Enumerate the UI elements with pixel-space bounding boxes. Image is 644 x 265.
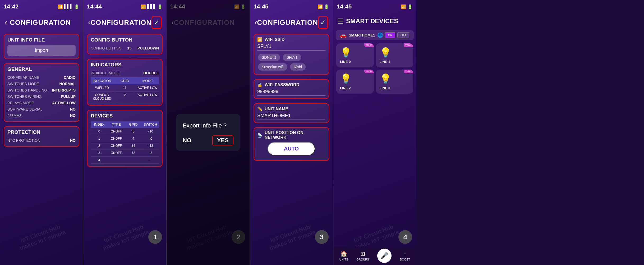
unit-name-value[interactable]: SMARTHOME1 xyxy=(257,113,325,120)
device-card-line2[interactable]: TRIAL 💡 LINE 2 xyxy=(336,70,374,94)
groups-icon: ⊞ xyxy=(360,250,365,257)
status-icons-5: 📶 🔋 xyxy=(401,4,413,9)
time-2: 14:44 xyxy=(87,3,102,10)
switches-mode-row: SWITCHES MODE NORMAL xyxy=(7,81,76,87)
boost-icon: ↑ xyxy=(403,250,406,257)
device-toggle-controls: 🌐 ON OFF xyxy=(377,32,410,38)
watermark-1: IoT Circuit Hubmakes IoT simple xyxy=(0,216,83,258)
wifi-password-value[interactable]: 99999999 xyxy=(257,89,325,96)
units-icon: 🏠 xyxy=(340,250,347,257)
device-card-line1[interactable]: TRIAL 💡 LINE 1 xyxy=(376,43,413,67)
config-ap-name-row: CONFIG AP NAME CADIO xyxy=(7,74,76,81)
unit-name-label-row: ✏️ UNIT NAME xyxy=(257,106,325,111)
status-bar-1: 14:42 📶 ▌▌▌ 🔋 xyxy=(0,0,83,13)
mic-icon: 🎤 xyxy=(380,252,388,259)
smart-devices-header: ☰ SMART DEVICES xyxy=(333,13,416,29)
config-button-section: CONFIG BUTTON CONFIG BUTTON 15 PULLDOWN xyxy=(87,34,163,54)
dialog-no-button[interactable]: NO xyxy=(183,137,191,144)
bulb-icon-0: 💡 xyxy=(340,47,352,58)
unit-info-file-section: UNIT INFO FILE Import xyxy=(4,34,79,59)
general-section: GENERAL CONFIG AP NAME CADIO SWITCHES MO… xyxy=(4,63,79,122)
unit-position-section: 📡 UNIT POSITION ON NETWORK AUTO xyxy=(254,127,329,161)
nav-groups[interactable]: ⊞ GROUPS xyxy=(356,250,369,261)
wifi-chips-container: SDNET1 SFLY1 Suseelan wifi Rishi xyxy=(257,53,325,72)
circle-num-4: 4 xyxy=(398,230,412,244)
nav-units[interactable]: 🏠 UNITS xyxy=(339,250,348,261)
status-icons-1: 📶 ▌▌▌ 🔋 xyxy=(58,4,79,9)
signal-icon-1: ▌▌▌ xyxy=(64,4,73,9)
smarthome1-name: SMARTHOME1 xyxy=(349,33,375,37)
status-icons-4: 📶 🔋 xyxy=(318,4,329,9)
back-button-4[interactable]: ‹ xyxy=(255,18,257,27)
page-title-2: CONFIGURATION xyxy=(90,19,151,27)
back-button-1[interactable]: ‹ xyxy=(5,18,7,27)
unit-info-title: UNIT INFO FILE xyxy=(7,37,76,43)
battery-icon-1: 🔋 xyxy=(74,4,79,9)
time-4: 14:45 xyxy=(254,3,268,10)
device-row-0: 0 ONOFF 5 - 10 xyxy=(91,128,159,135)
circle-num-3: 3 xyxy=(315,230,329,244)
wifi-ssid-value: SFLY1 xyxy=(257,44,325,51)
hamburger-menu[interactable]: ☰ xyxy=(337,17,343,25)
status-bar-5: 14:45 📶 🔋 xyxy=(333,0,416,13)
wifi-icon-1: 📶 xyxy=(58,4,63,9)
panel-5: 14:45 📶 🔋 ☰ SMART DEVICES 🚗 SMARTHOME1 🌐… xyxy=(333,0,416,265)
smart-devices-title: SMART DEVICES xyxy=(346,17,412,25)
device-row-1: 1 ONOFF 4 - 0 xyxy=(91,135,159,142)
wifi-led-row: WIFI LED 16 ACTIVE-LOW xyxy=(91,84,159,92)
wifi-ssid-title: WIFI SSID xyxy=(265,37,285,42)
wifi-icon-5: 📶 xyxy=(401,4,406,9)
back-button-2[interactable]: ‹ xyxy=(88,18,90,27)
wifi-icon-2: 📶 xyxy=(141,4,146,9)
cloud-led-row: CONFIG / CLOUD LED 2 ACTIVE-LOW xyxy=(91,92,159,102)
wifi-icon-4: 📶 xyxy=(318,4,323,9)
device-card-line0[interactable]: TRIAL 💡 LINE 0 xyxy=(336,43,374,67)
line-label-3: LINE 3 xyxy=(380,86,390,90)
wifi-chip-rishi[interactable]: Rishi xyxy=(290,63,306,71)
wifi-chip-sfly1[interactable]: SFLY1 xyxy=(283,54,301,61)
config-button-title: CONFIG BUTTON xyxy=(91,37,159,43)
wifi-password-title: WIFI PASSWORD xyxy=(265,83,299,87)
nav-boost[interactable]: ↑ BOOST xyxy=(400,250,410,261)
wifi-chip-sdnet1[interactable]: SDNET1 xyxy=(258,54,280,61)
wifi-chip-suseelan[interactable]: Suseelan wifi xyxy=(258,63,287,71)
433mhz-row: 433MHZ NO xyxy=(7,112,76,119)
panel-4: 14:45 📶 🔋 ‹ CONFIGURATION ✓ 📶 WIFI SSID … xyxy=(250,0,333,265)
unit-position-label-row: 📡 UNIT POSITION ON NETWORK xyxy=(257,130,325,140)
status-bar-4: 14:45 📶 🔋 xyxy=(250,0,333,13)
mic-button[interactable]: 🎤 xyxy=(377,249,392,263)
auto-button[interactable]: AUTO xyxy=(268,142,315,156)
toggle-off-button[interactable]: OFF xyxy=(397,32,410,38)
device-card-line3[interactable]: TRIAL 💡 LINE 3 xyxy=(376,70,413,94)
indicate-mode-row: INDICATE MODE DOUBLE xyxy=(91,70,159,76)
switches-handling-row: SWITCHES HANDLING INTERRUPTS xyxy=(7,87,76,93)
general-title: GENERAL xyxy=(7,66,76,72)
header-1: ‹ CONFIGURATION xyxy=(0,13,83,32)
import-button[interactable]: Import xyxy=(7,45,76,56)
device-row-3: 3 ONOFF 12 - 3 xyxy=(91,149,159,157)
trial-badge-3: TRIAL xyxy=(404,70,413,73)
battery-icon-2: 🔋 xyxy=(157,4,163,9)
network-icon: 📡 xyxy=(257,133,263,138)
wifi-ssid-icon: 📶 xyxy=(257,37,263,42)
dialog-yes-button[interactable]: YES xyxy=(212,135,233,145)
device-row-4: 4 - xyxy=(91,157,159,164)
bulb-icon-2: 💡 xyxy=(340,73,352,84)
bulb-icon-3: 💡 xyxy=(380,73,392,84)
trial-badge-1: TRIAL xyxy=(404,43,413,47)
toggle-on-button[interactable]: ON xyxy=(385,32,396,38)
page-title-1: CONFIGURATION xyxy=(10,19,71,27)
dialog-buttons: NO YES xyxy=(183,135,233,145)
header-2: ‹ CONFIGURATION ✓ xyxy=(83,13,166,32)
page-title-4: CONFIGURATION xyxy=(257,19,318,27)
protection-section: PROTECTION NTC PROTECTION NO xyxy=(4,126,79,147)
wifi-ssid-label-row: 📶 WIFI SSID xyxy=(257,37,325,42)
check-button-4[interactable]: ✓ xyxy=(318,16,328,29)
lock-icon: 🔒 xyxy=(257,82,263,87)
smarthome1-device-row[interactable]: 🚗 SMARTHOME1 🌐 ON OFF xyxy=(336,30,414,40)
check-button-2[interactable]: ✓ xyxy=(151,16,162,29)
devices-table-header: INDEX TYPE GPIO SWITCH xyxy=(91,121,159,128)
car-icon: 🚗 xyxy=(339,32,347,39)
wifi-ssid-section: 📶 WIFI SSID SFLY1 SDNET1 SFLY1 Suseelan … xyxy=(254,34,329,75)
units-label: UNITS xyxy=(339,258,348,261)
